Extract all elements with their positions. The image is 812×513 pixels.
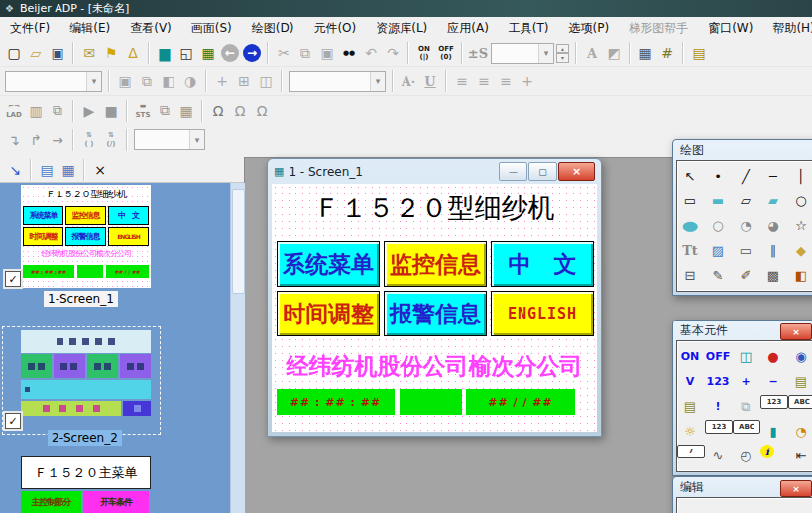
screen2-thumbnail[interactable] [21,330,151,416]
ascii-display-element[interactable]: ABC [733,420,760,434]
screen-edit-button[interactable]: ▦ [175,100,197,122]
menu-library[interactable]: 资源库(L) [366,18,437,39]
save-file-button[interactable]: ▣ [47,42,68,64]
dock-pin-button[interactable]: ↘ [4,159,26,181]
filled-parallelogram-tool[interactable]: ▰ [760,190,786,212]
editor-title-bar[interactable]: ▦ 1 - Screen_1 — ▢ × [268,159,601,184]
send-to-back-button[interactable]: ⧉ [136,70,158,92]
prev-screen-element[interactable]: ▤ [677,395,703,418]
blank-display[interactable] [400,389,462,415]
color-fill-tool[interactable]: ◧ [788,264,812,287]
copy-button[interactable]: ⧉ [294,42,316,64]
pie-graph-element[interactable]: ◔ [788,420,812,443]
open-file-button[interactable]: ▱ [25,42,47,64]
image-tool[interactable]: ▨ [705,239,731,262]
close-icon[interactable]: × [780,480,812,497]
arc-tool[interactable]: ◔ [733,214,758,237]
next-screen-button[interactable]: → [243,44,261,62]
set-constant-element[interactable]: 123 [705,370,731,393]
minimize-button[interactable]: — [499,162,527,181]
alarm-settings-button[interactable]: Δ [122,42,144,64]
underline-button[interactable]: U [419,70,441,92]
menu-object[interactable]: 元件(O) [303,18,366,39]
brush-tool[interactable]: ✐ [733,264,758,287]
contact-closed-button[interactable]: ⇅ (/) [100,129,122,151]
screen1-checkbox[interactable]: ✓ [5,271,21,287]
text-tool[interactable]: Tt [677,239,703,262]
menu-tools[interactable]: 工具(T) [499,18,559,39]
rotate-button[interactable]: ◑ [179,70,201,92]
frame-tool[interactable]: ▭ [733,239,758,262]
partial-lock-button[interactable]: Ω [251,100,273,122]
set-value-button[interactable]: ±S [467,42,489,64]
spin-up-icon[interactable]: ▴ [556,44,569,54]
screen2-checkbox[interactable]: ✓ [5,413,21,429]
status-button[interactable]: ▬ STS [132,100,154,122]
align-left-button[interactable]: ≡ [451,70,473,92]
hline-tool[interactable]: ─ [760,165,786,188]
screen-copy-button[interactable]: ⧉ [154,100,175,122]
redo-button[interactable]: ↷ [382,42,404,64]
close-panel-button[interactable]: × [89,159,111,181]
object-snap-button[interactable]: ◩ [603,42,625,64]
group-button[interactable]: ◧ [158,70,179,92]
screen-manager-button[interactable]: ▆ [154,42,175,64]
menu-window[interactable]: 窗口(W) [698,18,762,39]
screen-title-text[interactable]: Ｆ１５２０型细纱机 [272,191,597,226]
indicator-lamp-element[interactable]: ☼ [677,420,703,443]
chevron-down-icon[interactable]: ▾ [538,44,553,63]
screen-properties-button[interactable]: ◱ [175,42,197,64]
set-value-element[interactable]: V [677,370,703,393]
new-file-button[interactable]: ▢ [3,42,25,64]
polygon-star-tool[interactable]: ☆ [788,214,812,237]
momentary-button-element[interactable]: ● [760,345,786,368]
screen1-thumbnail[interactable]: Ｆ１５２０型细纱机 系统菜单 监控信息 中 文 时间调整 报警信息 ENGLIS… [21,185,151,288]
date-display[interactable]: ## / / ## [466,389,575,415]
goto-screen-element[interactable]: ▤ [788,370,812,393]
time-display[interactable]: ## : ## : ## [277,389,395,415]
snap-grid-button[interactable]: # [656,42,678,64]
screen2-label[interactable]: 2-Screen_2 [48,430,122,446]
menu-file[interactable]: 文件(F) [0,18,59,39]
ladder-editor-button[interactable]: ⌐¬ LAD [3,100,25,122]
rect-tool[interactable]: ▭ [677,190,703,212]
cut-button[interactable]: ✂ [273,42,294,64]
copy-program-button[interactable]: ⧉ [47,100,68,122]
align-right-button[interactable]: ≡ [495,70,517,92]
chevron-down-icon[interactable]: ▾ [189,130,204,149]
path-down-button[interactable]: ↴ [3,129,25,151]
align-center-point-button[interactable]: + [211,70,233,92]
parallelogram-tool[interactable]: ▱ [733,190,758,212]
hmi-button-alarm-info[interactable]: 报警信息 [384,291,487,336]
find-button[interactable]: ●● [338,42,360,64]
path-right-button[interactable]: → [47,129,68,151]
hmi-button-time-adjust[interactable]: 时间调整 [277,291,380,336]
state-combo[interactable]: ▾ [491,43,554,64]
spin-down-icon[interactable]: ▾ [556,53,569,63]
numeric-display-element[interactable]: 123 [705,420,733,434]
menu-view[interactable]: 查看(V) [120,18,181,39]
menu-screen[interactable]: 画面(S) [181,18,242,39]
screen1-label[interactable]: 1-Screen_1 [44,291,118,307]
center-in-screen-button[interactable]: ⊞ [233,70,255,92]
company-name-text[interactable]: 经纬纺机股份公司榆次分公司 [272,351,597,382]
pie-tool[interactable]: ◕ [760,214,786,237]
filled-ellipse-tool[interactable]: ● [671,214,710,237]
screen3-thumbnail[interactable]: Ｆ１５２０主菜单 主控制部分 开车条件 [21,456,151,513]
line-style-tool[interactable]: ⊟ [677,264,703,287]
hmi-button-system-menu[interactable]: 系统菜单 [277,241,380,287]
trend-graph-element[interactable]: ∿ [705,445,731,467]
tag-library-button[interactable]: ⚑ [100,42,122,64]
hmi-button-english[interactable]: ENGLISH [491,291,594,336]
font-combo[interactable]: ▾ [289,71,386,92]
element-combo[interactable]: ▾ [134,129,205,150]
undo-button[interactable]: ↶ [360,42,382,64]
bring-to-front-button[interactable]: ▣ [114,70,136,92]
hmi-button-monitor-info[interactable]: 监控信息 [384,241,487,287]
hmi-button-chinese[interactable]: 中 文 [491,241,594,287]
text-insert-button[interactable]: A· [398,70,419,92]
screen-canvas[interactable]: Ｆ１５２０型细纱机 系统菜单 监控信息 中 文 时间调整 报警信息 ENGLIS… [272,184,597,432]
info-display-element[interactable]: i [760,445,774,458]
path-up-button[interactable]: ↱ [25,129,47,151]
align-origin-button[interactable]: + [517,70,538,92]
